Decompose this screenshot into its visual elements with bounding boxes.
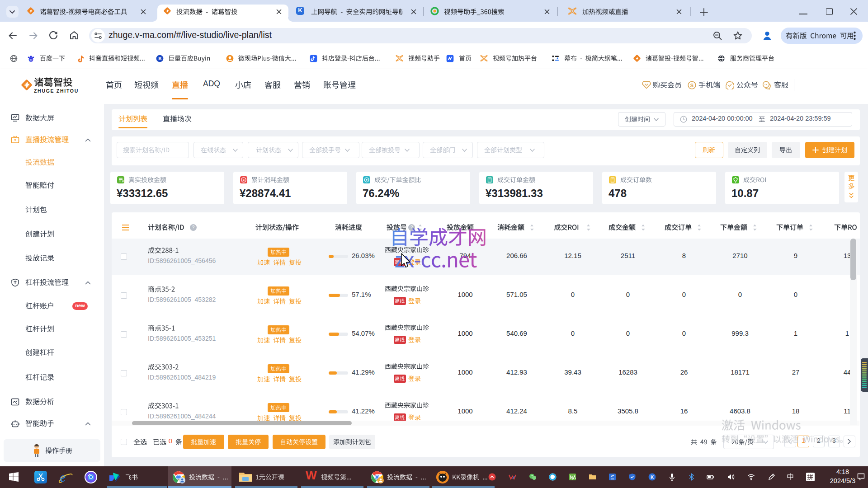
svg-text:du: du (29, 58, 32, 61)
svg-text:¥: ¥ (242, 178, 245, 182)
svg-text:B: B (158, 56, 161, 61)
svg-text:¥: ¥ (122, 180, 124, 183)
svg-text:K: K (651, 474, 654, 479)
svg-text:S: S (690, 83, 693, 88)
